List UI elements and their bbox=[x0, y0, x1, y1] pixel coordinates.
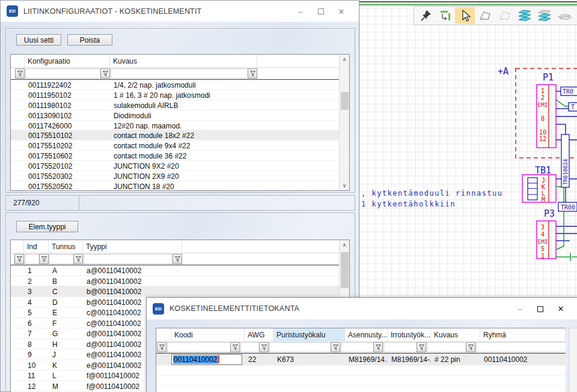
element-filter-input[interactable] bbox=[49, 254, 73, 264]
layers-cyan-tool-button[interactable] bbox=[514, 7, 534, 24]
db-col-koodi[interactable]: Koodi bbox=[171, 328, 245, 341]
filter-button[interactable] bbox=[157, 342, 166, 352]
db-col-irrotustyokalu[interactable]: Irrotustyök... bbox=[388, 328, 431, 341]
layers-mixed-tool-button[interactable] bbox=[534, 7, 554, 24]
config-row[interactable]: 0011742600012#20 nap. maamod. bbox=[11, 121, 349, 131]
filter-button[interactable] bbox=[14, 254, 24, 264]
config-filter-input[interactable] bbox=[111, 68, 248, 79]
config-row[interactable]: 00175510602contact module 36 #22 bbox=[11, 151, 349, 161]
config-col-konfiguraatio[interactable]: Konfiguraatio bbox=[25, 55, 110, 67]
scroll-thumb[interactable] bbox=[341, 92, 349, 110]
scroll-up-icon[interactable]: ∧ bbox=[340, 240, 349, 250]
polygon-dashed-tool-button[interactable] bbox=[495, 7, 514, 24]
scroll-down-icon[interactable]: ∨ bbox=[340, 181, 349, 190]
row-selector[interactable] bbox=[11, 121, 25, 130]
row-selector[interactable] bbox=[11, 161, 25, 170]
row-selector[interactable] bbox=[11, 181, 25, 191]
db-table-row[interactable]: 00110410002 22 K673 M81969/14... M81969/… bbox=[156, 354, 566, 366]
element-filter-input[interactable] bbox=[84, 254, 172, 264]
element-row[interactable]: 1Aa@00110410002 bbox=[11, 265, 349, 276]
db-col-puristustyokalu[interactable]: Puristustyökalu bbox=[273, 328, 345, 341]
win1-maximize-button[interactable] bbox=[311, 2, 331, 20]
tb1-connector[interactable]: J K L M bbox=[522, 175, 556, 203]
p3-connector[interactable]: 3 4 EMI 5 1 bbox=[537, 221, 556, 259]
db-col-kuvaus[interactable]: Kuvaus bbox=[431, 328, 480, 341]
element-col-ind[interactable]: Ind bbox=[24, 240, 49, 253]
filter-button[interactable] bbox=[248, 68, 257, 79]
db-filter-input[interactable] bbox=[427, 342, 466, 352]
row-selector[interactable] bbox=[11, 339, 24, 349]
config-row[interactable]: 001119224021/4, 2/2 nap. jatkosmoduli bbox=[11, 80, 349, 90]
config-row[interactable]: 00175510102contact module 18x2 #22 bbox=[11, 130, 349, 140]
new-set-button[interactable]: Uusi setti bbox=[16, 34, 61, 46]
koodi-cell-editor[interactable]: 00110410002 bbox=[171, 354, 242, 365]
filter-button[interactable] bbox=[100, 68, 110, 79]
element-col-tunnus[interactable]: Tunnus bbox=[49, 240, 83, 253]
puristustyokalu-cell[interactable]: K673 bbox=[273, 354, 345, 365]
config-row[interactable]: 00113090102Diodimoduli bbox=[11, 110, 349, 121]
asennustyokalu-cell[interactable]: M81969/14... bbox=[345, 354, 388, 365]
db-filter-input[interactable] bbox=[476, 342, 566, 352]
row-selector[interactable] bbox=[11, 151, 25, 160]
config-row[interactable]: 00111980102sulakemoduli AIRLB bbox=[11, 100, 349, 110]
element-row[interactable]: 3Cb@00110410002 bbox=[11, 286, 349, 297]
filter-button[interactable] bbox=[331, 342, 340, 352]
config-filter-input[interactable] bbox=[25, 68, 100, 79]
row-selector[interactable] bbox=[11, 130, 25, 140]
row-selector[interactable] bbox=[11, 349, 24, 360]
element-filter-input[interactable] bbox=[25, 254, 39, 264]
config-row[interactable]: 00175520502JUNCTION 18 #20 bbox=[11, 181, 349, 191]
filter-button[interactable] bbox=[15, 68, 25, 79]
row-selector[interactable] bbox=[11, 171, 25, 181]
pushpin-tool-button[interactable] bbox=[415, 7, 435, 24]
row-selector[interactable] bbox=[11, 140, 25, 150]
win2-close-button[interactable]: ✕ bbox=[551, 300, 571, 318]
row-selector[interactable] bbox=[11, 265, 24, 276]
ryhma-cell[interactable]: 00110410002 bbox=[480, 354, 566, 365]
win1-titlebar[interactable]: ED LIITINKONFIGURAATIOT - KOSKETINELEMEN… bbox=[1, 1, 359, 22]
win2-titlebar[interactable]: ED KOSKETINELEMENTTITIETOKANTA – ✕ bbox=[147, 298, 577, 320]
config-table-scrollbar[interactable]: ∧ ∨ bbox=[339, 55, 349, 190]
filter-button[interactable] bbox=[466, 342, 475, 352]
polygon-tool-button[interactable] bbox=[475, 7, 495, 24]
db-filter-input[interactable] bbox=[383, 342, 417, 352]
win1-close-button[interactable]: ✕ bbox=[331, 2, 352, 20]
config-col-kuvaus[interactable]: Kuvaus bbox=[110, 55, 257, 67]
select-tool-button[interactable] bbox=[455, 7, 475, 24]
row-selector[interactable] bbox=[11, 370, 24, 381]
db-col-asennustyokalu[interactable]: Asennusty... bbox=[345, 328, 388, 341]
config-row[interactable]: 001119501021 # 16, 3 # 20 nap. jatkosmod… bbox=[11, 90, 349, 100]
win2-minimize-button[interactable]: – bbox=[510, 300, 530, 318]
row-selector[interactable] bbox=[11, 286, 24, 297]
scroll-thumb[interactable] bbox=[341, 252, 349, 288]
awg-cell[interactable]: 22 bbox=[245, 354, 273, 365]
filter-button[interactable] bbox=[373, 342, 383, 352]
config-row[interactable]: 00175510202contact module 9x4 #22 bbox=[11, 140, 349, 151]
p1-connector[interactable]: 1 2 EMI 8 10 12 bbox=[537, 85, 556, 148]
row-selector[interactable] bbox=[11, 276, 24, 286]
db-col-ryhma[interactable]: Ryhmä bbox=[480, 328, 566, 341]
filter-button[interactable] bbox=[230, 342, 240, 352]
row-selector[interactable] bbox=[11, 297, 24, 307]
delete-button[interactable]: Poista bbox=[67, 34, 112, 46]
db-col-awg[interactable]: AWG bbox=[245, 328, 273, 341]
config-row[interactable]: 00175520302JUNCTION 2X9 #20 bbox=[11, 171, 349, 181]
elem-type-button[interactable]: Elem.tyyppi bbox=[16, 221, 78, 232]
filter-button[interactable] bbox=[259, 342, 269, 352]
config-row[interactable]: 00175520102JUNCTION 9X2 #20 bbox=[11, 161, 349, 171]
db-filter-input[interactable] bbox=[269, 342, 331, 352]
db-filter-input[interactable] bbox=[167, 342, 230, 352]
filter-button[interactable] bbox=[417, 342, 426, 352]
row-selector[interactable] bbox=[11, 80, 25, 89]
irrotustyokalu-cell[interactable]: M81969/14-... bbox=[388, 354, 431, 365]
layers-partial-tool-button[interactable] bbox=[574, 7, 577, 24]
db-filter-input[interactable] bbox=[240, 342, 259, 352]
row-selector[interactable] bbox=[11, 328, 24, 339]
row-selector[interactable] bbox=[11, 360, 24, 370]
row-selector[interactable] bbox=[11, 381, 24, 391]
filter-button[interactable] bbox=[172, 254, 182, 264]
db-filter-input[interactable] bbox=[341, 342, 373, 352]
scroll-up-icon[interactable]: ∧ bbox=[340, 55, 349, 64]
database-table-scrollbar[interactable] bbox=[569, 328, 577, 392]
element-row[interactable]: 2Ba@00110410002 bbox=[11, 276, 349, 287]
